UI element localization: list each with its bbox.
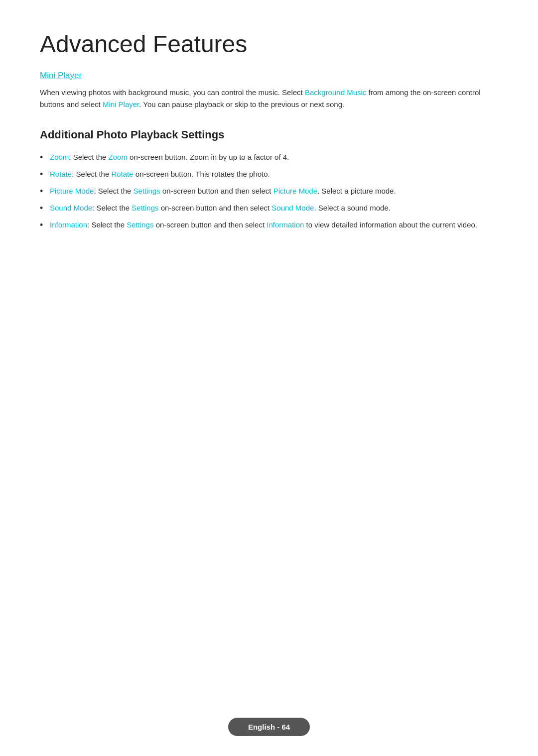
- bullet-text-2b: on-screen button. This rotates the photo…: [134, 170, 270, 178]
- intro-paragraph: When viewing photos with background musi…: [40, 87, 498, 110]
- background-music-link[interactable]: Background Music: [305, 88, 366, 97]
- mini-player-link-inline[interactable]: Mini Player: [103, 100, 139, 108]
- zoom-link-2[interactable]: Zoom: [109, 153, 128, 161]
- list-item: Rotate: Select the Rotate on-screen butt…: [40, 168, 498, 180]
- list-item: Picture Mode: Select the Settings on-scr…: [40, 185, 498, 197]
- list-item: Sound Mode: Select the Settings on-scree…: [40, 202, 498, 214]
- rotate-link[interactable]: Rotate: [50, 170, 72, 178]
- bullet-text-2: : Select the: [72, 170, 111, 178]
- bullet-list: Zoom: Select the Zoom on-screen button. …: [40, 151, 498, 231]
- settings-link-1[interactable]: Settings: [134, 187, 160, 195]
- settings-link-2[interactable]: Settings: [132, 204, 158, 212]
- bullet-text-3b: on-screen button and then select: [160, 187, 273, 195]
- bullet-text-3c: . Select a picture mode.: [317, 187, 396, 195]
- intro-text-1: When viewing photos with background musi…: [40, 88, 305, 97]
- picture-mode-link[interactable]: Picture Mode: [50, 187, 94, 195]
- sound-mode-link-2[interactable]: Sound Mode: [271, 204, 314, 212]
- bullet-text-5c: to view detailed information about the c…: [304, 220, 477, 229]
- bullet-text-1: : Select the: [69, 153, 108, 161]
- bullet-text-3: : Select the: [94, 187, 133, 195]
- bullet-text-4c: . Select a sound mode.: [314, 204, 390, 212]
- bullet-text-5b: on-screen button and then select: [153, 220, 267, 229]
- picture-mode-link-2[interactable]: Picture Mode: [273, 187, 317, 195]
- settings-link-3[interactable]: Settings: [127, 220, 153, 229]
- page-number-badge: English - 64: [228, 718, 310, 736]
- bullet-text-4: : Select the: [92, 204, 132, 212]
- bullet-text-1b: on-screen button. Zoom in by up to a fac…: [128, 153, 289, 161]
- sound-mode-link[interactable]: Sound Mode: [50, 204, 92, 212]
- list-item: Information: Select the Settings on-scre…: [40, 219, 498, 231]
- rotate-link-2[interactable]: Rotate: [111, 170, 133, 178]
- bullet-text-5: : Select the: [87, 220, 127, 229]
- zoom-link[interactable]: Zoom: [50, 153, 69, 161]
- information-link[interactable]: Information: [50, 220, 87, 229]
- footer: English - 64: [0, 718, 538, 736]
- information-link-2[interactable]: Information: [267, 220, 304, 229]
- section-heading: Additional Photo Playback Settings: [40, 128, 498, 141]
- mini-player-heading[interactable]: Mini Player: [40, 71, 498, 81]
- bullet-text-4b: on-screen button and then select: [159, 204, 272, 212]
- intro-text-3: . You can pause playback or skip to the …: [139, 100, 344, 108]
- page-title: Advanced Features: [40, 30, 498, 59]
- page-content: Advanced Features Mini Player When viewi…: [0, 0, 538, 286]
- list-item: Zoom: Select the Zoom on-screen button. …: [40, 151, 498, 163]
